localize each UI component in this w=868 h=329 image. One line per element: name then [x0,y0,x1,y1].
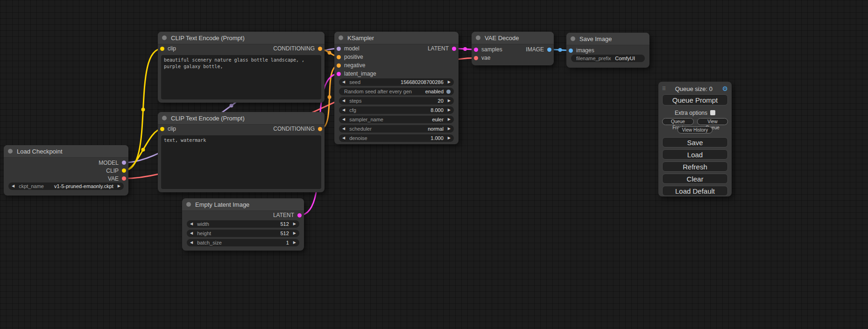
load-default-button[interactable]: Load Default [662,186,728,196]
view-queue-button[interactable]: View Queue [697,118,728,125]
arrow-left-icon[interactable]: ◀ [190,241,193,245]
collapse-dot-icon[interactable] [162,35,167,40]
slot-row: samples IMAGE [472,45,554,54]
input-slot-clip[interactable] [160,127,164,131]
widget-name: scheduler [349,126,372,132]
save-button[interactable]: Save [662,137,728,147]
workflow-buttons-group: Save Load Refresh Clear Load Default [662,137,728,196]
node-header[interactable]: KSampler [334,32,459,44]
collapse-dot-icon[interactable] [339,35,343,40]
widget-seed[interactable]: ◀ seed 156680208700286 ▶ [339,78,454,86]
extra-options-checkbox[interactable] [710,110,715,115]
output-slot-model[interactable] [122,161,126,165]
node-header[interactable]: VAE Decode [472,32,554,44]
prompt-textarea[interactable]: text, watermark [161,135,321,189]
collapse-dot-icon[interactable] [8,149,13,154]
widget-scheduler[interactable]: ◀ scheduler normal ▶ [339,125,454,133]
arrow-right-icon[interactable]: ▶ [293,231,296,235]
input-slot-latent-image[interactable] [337,72,341,76]
arrow-left-icon[interactable]: ◀ [342,127,345,131]
arrow-right-icon[interactable]: ▶ [293,222,296,226]
widget-width[interactable]: ◀ width 512 ▶ [187,220,299,228]
node-clip-text-encode-positive[interactable]: CLIP Text Encode (Prompt) clip CONDITION… [158,32,325,103]
widget-name: ckpt_name [19,183,44,189]
arrow-right-icon[interactable]: ▶ [448,99,451,103]
arrow-left-icon[interactable]: ◀ [12,184,14,188]
input-slot-vae[interactable] [474,56,478,60]
collapse-dot-icon[interactable] [186,202,191,207]
graph-canvas[interactable]: Load Checkpoint MODEL CLIP VAE [0,0,868,329]
slot-row: VAE [4,175,128,182]
arrow-left-icon[interactable]: ◀ [342,80,345,84]
arrow-right-icon[interactable]: ▶ [293,241,296,245]
output-slot-clip[interactable] [122,168,126,173]
node-header[interactable]: Save Image [566,33,649,45]
output-label-latent: LATENT [428,45,449,52]
arrow-left-icon[interactable]: ◀ [342,99,345,103]
input-slot-model[interactable] [337,47,341,51]
widget-denoise[interactable]: ◀ denoise 1.000 ▶ [339,134,454,142]
node-clip-text-encode-negative[interactable]: CLIP Text Encode (Prompt) clip CONDITION… [158,112,325,192]
widget-sampler-name[interactable]: ◀ sampler_name euler ▶ [339,116,454,123]
output-slot-conditioning[interactable] [318,127,322,131]
arrow-right-icon[interactable]: ▶ [448,127,451,131]
slot-row: positive [334,53,459,61]
widget-filename-prefix[interactable]: filename_prefix ComfyUI [571,55,645,62]
arrow-left-icon[interactable]: ◀ [342,108,345,112]
node-title: CLIP Text Encode (Prompt) [171,35,245,42]
toggle-knob-icon[interactable] [446,90,451,94]
node-save-image[interactable]: Save Image images filename_prefix ComfyU… [566,33,649,68]
prompt-textarea[interactable]: beautiful scenery nature glass bottle la… [161,55,321,99]
collapse-dot-icon[interactable] [571,36,575,41]
widget-name: batch_size [197,240,222,245]
widget-name: Random seed after every gen [344,89,412,94]
widget-value: euler [432,117,443,122]
arrow-left-icon[interactable]: ◀ [342,136,345,140]
queue-front-button[interactable]: Queue Front [662,118,694,125]
node-header[interactable]: CLIP Text Encode (Prompt) [158,32,325,44]
widget-ckpt-name[interactable]: ◀ ckpt_name v1-5-pruned-emaonly.ckpt ▶ [8,182,124,190]
widget-random-seed-toggle[interactable]: Random seed after every gen enabled [339,88,454,95]
node-header[interactable]: Empty Latent Image [182,198,304,211]
node-empty-latent-image[interactable]: Empty Latent Image LATENT ◀ width 512 ▶ … [182,198,304,251]
arrow-right-icon[interactable]: ▶ [448,118,451,121]
drag-handle-icon[interactable]: ⠿ [662,86,665,92]
collapse-dot-icon[interactable] [162,116,167,120]
collapse-dot-icon[interactable] [476,35,480,40]
node-load-checkpoint[interactable]: Load Checkpoint MODEL CLIP VAE [4,145,128,196]
input-slot-positive[interactable] [337,55,341,59]
arrow-right-icon[interactable]: ▶ [118,184,120,188]
arrow-right-icon[interactable]: ▶ [448,108,451,112]
output-slot-vae[interactable] [122,176,126,181]
output-slot-latent[interactable] [297,213,302,217]
arrow-right-icon[interactable]: ▶ [448,80,451,84]
widget-steps[interactable]: ◀ steps 20 ▶ [339,97,454,105]
output-slot-image[interactable] [547,48,551,52]
arrow-left-icon[interactable]: ◀ [190,222,193,226]
arrow-right-icon[interactable]: ▶ [448,136,451,140]
widget-name: filename_prefix [576,56,611,61]
widget-batch-size[interactable]: ◀ batch_size 1 ▶ [187,239,299,246]
widget-height[interactable]: ◀ height 512 ▶ [187,230,299,237]
node-header[interactable]: Load Checkpoint [4,145,128,158]
input-slot-negative[interactable] [337,63,341,68]
settings-gear-icon[interactable]: ⚙ [722,85,728,92]
input-slot-samples[interactable] [474,48,478,52]
load-button[interactable]: Load [662,149,728,160]
widget-name: height [197,231,211,236]
input-slot-images[interactable] [569,49,573,53]
refresh-button[interactable]: Refresh [662,161,728,172]
node-ksampler[interactable]: KSampler model LATENT positive [334,32,459,144]
clear-button[interactable]: Clear [662,174,728,184]
arrow-left-icon[interactable]: ◀ [342,118,345,121]
node-header[interactable]: CLIP Text Encode (Prompt) [158,112,325,125]
input-label-samples: samples [481,46,502,53]
node-vae-decode[interactable]: VAE Decode samples IMAGE vae [472,32,554,65]
input-slot-clip[interactable] [160,47,164,51]
queue-prompt-button[interactable]: Queue Prompt [662,94,728,105]
output-slot-latent[interactable] [452,47,456,51]
view-history-button[interactable]: View History [677,126,713,133]
widget-cfg[interactable]: ◀ cfg 8.000 ▶ [339,106,454,114]
output-slot-conditioning[interactable] [318,47,322,51]
arrow-left-icon[interactable]: ◀ [190,231,193,235]
